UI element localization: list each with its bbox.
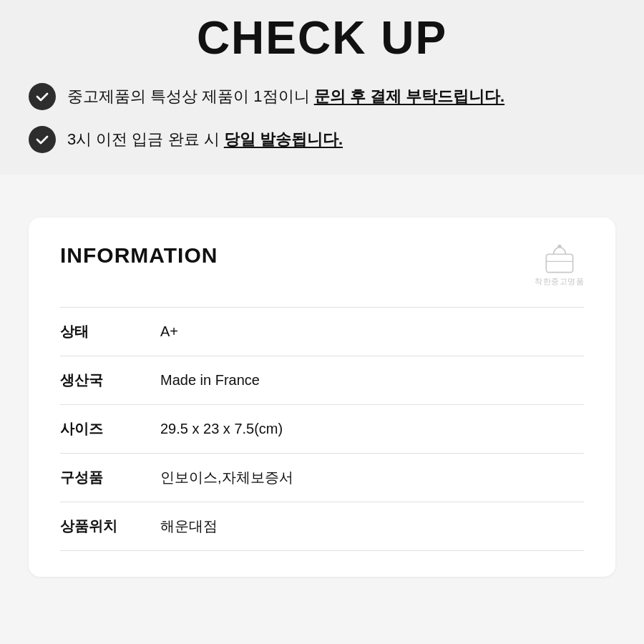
table-row: 상품위치해운대점 — [60, 502, 584, 551]
checkmark-icon-2 — [29, 126, 56, 153]
info-value-2: 29.5 x 23 x 7.5(cm) — [160, 405, 584, 454]
checklist: 중고제품의 특성상 제품이 1점이니 문의 후 결제 부탁드립니다. 3시 이전… — [29, 83, 615, 153]
check-text-2: 3시 이전 입금 완료 시 당일 발송됩니다. — [67, 129, 343, 151]
info-label-4: 상품위치 — [60, 502, 160, 551]
brand-label: 착한중고명품 — [535, 276, 584, 287]
table-row: 사이즈29.5 x 23 x 7.5(cm) — [60, 405, 584, 454]
table-row: 생산국Made in France — [60, 356, 584, 405]
header-section: CHECK UP 중고제품의 특성상 제품이 1점이니 문의 후 결제 부탁드립… — [0, 0, 644, 175]
page-title: CHECK UP — [29, 13, 615, 63]
info-table: 상태A+생산국Made in France사이즈29.5 x 23 x 7.5(… — [60, 307, 584, 551]
info-label-3: 구성품 — [60, 454, 160, 502]
check-text-1: 중고제품의 특성상 제품이 1점이니 문의 후 결제 부탁드립니다. — [67, 86, 504, 108]
info-value-0: A+ — [160, 308, 584, 356]
info-label-0: 상태 — [60, 308, 160, 356]
table-row: 구성품인보이스,자체보증서 — [60, 454, 584, 502]
table-row: 상태A+ — [60, 308, 584, 356]
spacer — [0, 175, 644, 218]
checkmark-icon-1 — [29, 83, 56, 110]
check-item-1: 중고제품의 특성상 제품이 1점이니 문의 후 결제 부탁드립니다. — [29, 83, 615, 110]
check-item-2: 3시 이전 입금 완료 시 당일 발송됩니다. — [29, 126, 615, 153]
info-value-1: Made in France — [160, 356, 584, 405]
svg-rect-0 — [546, 255, 572, 273]
brand-watermark: 착한중고명품 — [535, 243, 584, 287]
svg-point-1 — [557, 245, 561, 248]
info-card: INFORMATION 착한중고명품 상태A+생산국Made in France… — [29, 218, 615, 577]
brand-bag-icon — [541, 243, 578, 275]
info-value-3: 인보이스,자체보증서 — [160, 454, 584, 502]
info-value-4: 해운대점 — [160, 502, 584, 551]
info-title: INFORMATION — [60, 243, 218, 268]
info-label-2: 사이즈 — [60, 405, 160, 454]
info-label-1: 생산국 — [60, 356, 160, 405]
info-card-header: INFORMATION 착한중고명품 — [60, 243, 584, 287]
